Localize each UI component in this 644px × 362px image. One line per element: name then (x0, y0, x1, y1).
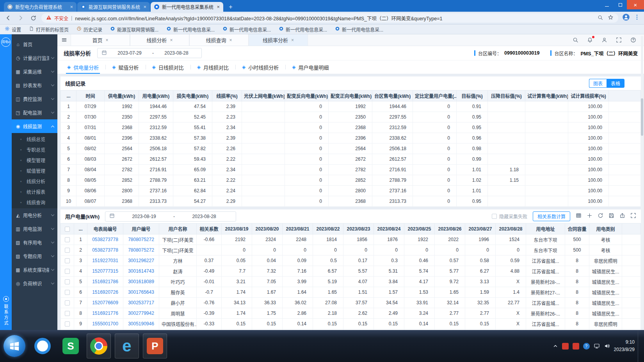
sidebar-item[interactable]: ◫费控监测 (12, 92, 57, 106)
sidebar-item[interactable]: ▩系统支撑功能 (12, 263, 57, 277)
sidebar-subitem[interactable]: ▫统计报表 (12, 186, 57, 197)
user-icon[interactable] (601, 37, 607, 43)
messenger-taskbar-button[interactable] (30, 334, 55, 358)
row-checkbox[interactable] (65, 321, 70, 327)
user-id-link[interactable]: 3005190946 (123, 319, 159, 329)
meter-id-link[interactable]: 1520776609 (87, 298, 123, 308)
sidebar-subitem[interactable]: ▫线损分析 (12, 176, 57, 186)
tab-close-icon[interactable]: × (291, 37, 294, 43)
search-icon[interactable] (573, 37, 578, 43)
close-button[interactable]: × (627, 0, 644, 9)
sidebar-item[interactable]: ▦采集运维 (12, 65, 57, 78)
tab-close-icon[interactable]: × (143, 4, 146, 10)
user-id-link[interactable]: 3001765643 (123, 287, 159, 298)
user-id-link[interactable]: 7808075272 (123, 245, 159, 256)
refresh-icon[interactable] (598, 213, 603, 220)
user-id-link[interactable]: 3002779942 (123, 308, 159, 319)
new-tab-button[interactable]: + (226, 2, 236, 11)
browser-tab[interactable]: 新一代用电信息采集系统× (151, 2, 223, 12)
speaker-icon[interactable] (604, 343, 610, 349)
row-checkbox[interactable] (65, 311, 70, 316)
start-taskbar-button[interactable] (2, 334, 27, 358)
browser-menu-icon[interactable] (634, 14, 640, 22)
bookmark-item[interactable]: 历史记录 (76, 26, 102, 33)
tab-close-icon[interactable]: × (106, 37, 109, 43)
row-checkbox[interactable] (65, 258, 70, 263)
address-bar[interactable]: 不安全 | neweic.js.sgcc.com.cn/#/llm/line/L… (41, 13, 618, 23)
tab-close-icon[interactable]: × (170, 37, 173, 43)
maximize-button[interactable] (614, 0, 627, 9)
bookmark-item[interactable]: 设置 (5, 26, 21, 33)
subtab[interactable]: ◈月线损对比 (190, 60, 235, 74)
bookmark-item[interactable]: 新一代用电信息采... (166, 26, 215, 33)
page-scrollbar[interactable] (641, 36, 643, 328)
hide-failed-checkbox[interactable] (492, 214, 497, 219)
row-checkbox[interactable] (65, 279, 70, 284)
bookmark-item[interactable]: 打开新的标签页 (29, 26, 69, 33)
grid-icon[interactable] (576, 213, 582, 220)
bookmark-item[interactable]: 新一代用电信息采... (222, 26, 271, 33)
sidebar-item[interactable]: ◷计量运行监测 (12, 51, 57, 65)
meter-id-link[interactable]: 0538273778 (87, 234, 123, 245)
monitor-icon[interactable] (594, 343, 600, 349)
browser-tab[interactable]: 新型电力负荷管理系统× (4, 2, 76, 12)
subtab[interactable]: ◈小时线损分析 (235, 60, 285, 74)
s-app-taskbar-button[interactable]: S (59, 334, 83, 358)
view-toggle-chart[interactable]: 图表 (589, 79, 607, 88)
workspace-tab[interactable]: 首页× (71, 34, 130, 46)
contact-block[interactable]: 联系方式 (3, 296, 9, 326)
sidebar-item[interactable]: ▥用电监测 (12, 222, 57, 236)
help-badge-icon[interactable]: ? (583, 343, 590, 350)
save-icon[interactable] (608, 213, 614, 220)
sidebar-item[interactable]: ◳配电监测 (12, 106, 57, 119)
profile-avatar[interactable] (622, 13, 630, 23)
sidebar-subitem[interactable]: ▫专职总览 (12, 144, 57, 155)
meter-id-link[interactable]: 0538273778 (87, 245, 123, 256)
row-checkbox[interactable] (65, 237, 70, 242)
forward-icon[interactable] (16, 15, 25, 21)
user-id-link[interactable]: 3001296227 (123, 256, 159, 266)
subtab[interactable]: ◈供电量分析 (60, 60, 105, 74)
hide-failed-toggle[interactable]: 隐藏采集失败 (492, 213, 527, 220)
view-toggle-table[interactable]: 表格 (607, 79, 624, 88)
sidebar-subitem[interactable]: ▫模型管理 (12, 155, 57, 165)
tab-close-icon[interactable]: × (70, 4, 73, 10)
red-badge-icon[interactable] (573, 343, 579, 350)
row-checkbox[interactable] (65, 300, 70, 305)
export-icon[interactable] (619, 213, 625, 220)
subtab[interactable]: ◈用户电量明细 (285, 60, 335, 74)
bell-icon[interactable] (587, 37, 593, 43)
subtab[interactable]: ◈日线损对比 (146, 60, 190, 74)
reload-icon[interactable] (29, 15, 37, 21)
tab-close-icon[interactable]: × (217, 4, 220, 10)
back-icon[interactable] (4, 15, 12, 21)
scrollbar-thumb[interactable] (641, 98, 643, 136)
plus-icon[interactable] (587, 213, 592, 220)
bookmark-item[interactable]: 新一代用电信息采... (335, 26, 383, 33)
help-icon[interactable] (630, 37, 636, 43)
sidebar-item[interactable]: ◭用电分析 (12, 208, 57, 222)
tab-close-icon[interactable]: × (229, 37, 232, 43)
sidebar-collapse-icon[interactable] (57, 34, 71, 46)
meter-id-link[interactable]: 1516920726 (87, 287, 123, 298)
user-id-link[interactable]: 3002537717 (123, 298, 159, 308)
row-checkbox[interactable] (65, 269, 70, 274)
minimize-button[interactable] (600, 0, 614, 9)
zoom-icon[interactable] (598, 15, 603, 21)
browser-tab[interactable]: 能源互联网营销服务系统× (77, 2, 150, 12)
correlation-calc-button[interactable]: 相关系数计算 (533, 211, 570, 221)
row-checkbox[interactable] (65, 290, 70, 295)
meter-id-link[interactable]: 1516921786 (87, 277, 123, 287)
user-id-link[interactable]: 3001614743 (123, 266, 159, 277)
sidebar-subitem[interactable]: ▫线损查询 (12, 197, 57, 208)
sidebar-subitem[interactable]: ▫线损总览 (12, 134, 57, 144)
bookmark-item[interactable]: 新一代用电信息采... (279, 26, 327, 33)
sidebar-item[interactable]: ⌂首页 (12, 37, 57, 51)
user-id-link[interactable]: 7808075272 (123, 234, 159, 245)
user-id-link[interactable]: 3001618089 (123, 277, 159, 287)
bookmark-item[interactable]: 能源互联网营销服... (110, 26, 158, 33)
fullscreen-icon[interactable] (616, 37, 622, 43)
row-checkbox[interactable] (65, 248, 70, 253)
sidebar-item[interactable]: ▧有序用电 (12, 236, 57, 249)
user-date-range-picker[interactable]: 2023-08-19 - 2023-08-28 (105, 211, 236, 222)
